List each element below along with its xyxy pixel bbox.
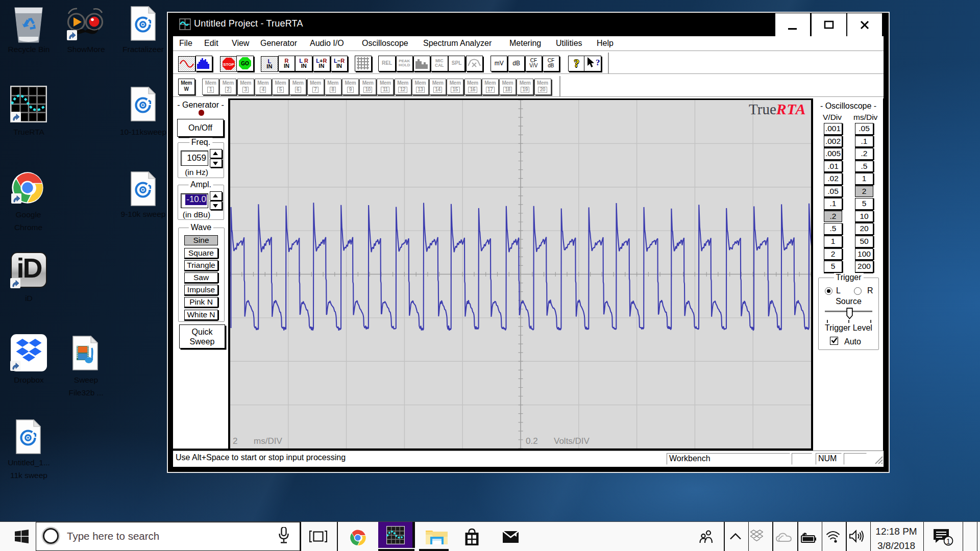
svg-text:1: 1 [946, 537, 950, 545]
svg-text:GO: GO [241, 61, 249, 66]
svg-text:STOP: STOP [223, 62, 234, 67]
svg-text:?: ? [596, 58, 600, 67]
